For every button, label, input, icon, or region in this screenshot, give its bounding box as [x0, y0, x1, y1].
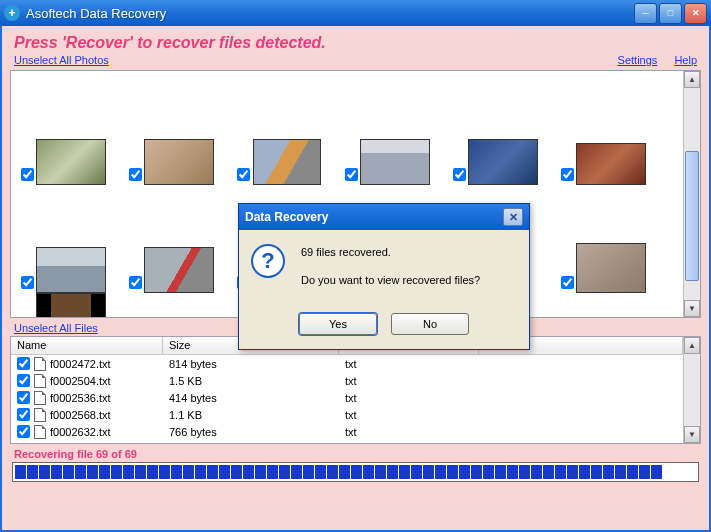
dialog-titlebar[interactable]: Data Recovery ✕: [239, 204, 529, 230]
file-name: f0002568.txt: [50, 409, 111, 421]
photo-thumbnail[interactable]: [341, 77, 449, 185]
photo-image[interactable]: [253, 139, 321, 185]
file-icon: [34, 374, 46, 388]
files-scrollbar[interactable]: ▲ ▼: [683, 337, 700, 443]
photo-image[interactable]: [144, 139, 214, 185]
progress-segment: [111, 465, 122, 479]
column-name[interactable]: Name: [11, 337, 163, 354]
scroll-down-button[interactable]: ▼: [684, 426, 700, 443]
photo-checkbox[interactable]: [561, 276, 574, 289]
photo-thumbnail[interactable]: [557, 185, 665, 293]
file-checkbox[interactable]: [17, 408, 30, 421]
help-link[interactable]: Help: [674, 54, 697, 66]
scroll-up-button[interactable]: ▲: [684, 337, 700, 354]
progress-segment: [387, 465, 398, 479]
photo-checkbox[interactable]: [129, 168, 142, 181]
files-panel: Name Size Extension f0002472.txt814 byte…: [10, 336, 701, 444]
photo-checkbox[interactable]: [129, 276, 142, 289]
scroll-down-button[interactable]: ▼: [684, 300, 700, 317]
file-name: f0002632.txt: [50, 426, 111, 438]
photo-thumbnail[interactable]: [17, 293, 125, 317]
dialog-message-2: Do you want to view recovered files?: [301, 272, 480, 290]
file-checkbox[interactable]: [17, 391, 30, 404]
progress-segment: [447, 465, 458, 479]
file-checkbox[interactable]: [17, 425, 30, 438]
unselect-all-files-link[interactable]: Unselect All Files: [14, 322, 98, 334]
photo-checkbox[interactable]: [561, 168, 574, 181]
close-button[interactable]: ✕: [684, 3, 707, 24]
progress-segment: [207, 465, 218, 479]
file-size: 814 bytes: [163, 358, 339, 370]
photo-image[interactable]: [576, 143, 646, 185]
file-name: f0002472.txt: [50, 358, 111, 370]
progress-segment: [603, 465, 614, 479]
unselect-all-photos-link[interactable]: Unselect All Photos: [14, 54, 109, 66]
photo-checkbox[interactable]: [345, 168, 358, 181]
progress-segment: [219, 465, 230, 479]
file-checkbox[interactable]: [17, 374, 30, 387]
progress-segment: [99, 465, 110, 479]
file-row[interactable]: f0002504.txt1.5 KBtxt: [11, 372, 683, 389]
file-icon: [34, 425, 46, 439]
file-extension: txt: [339, 375, 479, 387]
maximize-button[interactable]: □: [659, 3, 682, 24]
no-button[interactable]: No: [391, 313, 469, 335]
file-row[interactable]: f0002472.txt814 bytestxt: [11, 355, 683, 372]
photo-thumbnail[interactable]: [17, 77, 125, 185]
file-checkbox[interactable]: [17, 357, 30, 370]
progress-segment: [15, 465, 26, 479]
progress-bar: [12, 462, 699, 482]
progress-segment: [147, 465, 158, 479]
photos-scrollbar[interactable]: ▲ ▼: [683, 71, 700, 317]
progress-segment: [495, 465, 506, 479]
file-row[interactable]: f0002632.txt766 bytestxt: [11, 423, 683, 440]
progress-segment: [87, 465, 98, 479]
status-text: Recovering file 69 of 69: [14, 448, 697, 460]
photo-image[interactable]: [468, 139, 538, 185]
progress-segment: [291, 465, 302, 479]
photo-image[interactable]: [576, 243, 646, 293]
progress-segment: [195, 465, 206, 479]
photo-thumbnail[interactable]: [17, 185, 125, 293]
photo-thumbnail[interactable]: [557, 77, 665, 185]
photo-thumbnail[interactable]: [233, 77, 341, 185]
file-size: 414 bytes: [163, 392, 339, 404]
recovery-dialog: Data Recovery ✕ ? 69 files recovered. Do…: [238, 203, 530, 350]
photo-thumbnail[interactable]: [125, 77, 233, 185]
photo-image[interactable]: [36, 139, 106, 185]
progress-segment: [579, 465, 590, 479]
dialog-close-button[interactable]: ✕: [503, 208, 523, 226]
file-row[interactable]: f0002536.txt414 bytestxt: [11, 389, 683, 406]
progress-segment: [183, 465, 194, 479]
file-icon: [34, 391, 46, 405]
progress-segment: [615, 465, 626, 479]
progress-segment: [231, 465, 242, 479]
progress-segment: [483, 465, 494, 479]
minimize-button[interactable]: ─: [634, 3, 657, 24]
settings-link[interactable]: Settings: [618, 54, 658, 66]
progress-segment: [519, 465, 530, 479]
photo-thumbnail[interactable]: [449, 77, 557, 185]
dialog-title: Data Recovery: [245, 210, 503, 224]
photo-checkbox[interactable]: [237, 168, 250, 181]
yes-button[interactable]: Yes: [299, 313, 377, 335]
photo-checkbox[interactable]: [453, 168, 466, 181]
file-row[interactable]: f0002568.txt1.1 KBtxt: [11, 406, 683, 423]
photo-image[interactable]: [36, 293, 106, 317]
window-titlebar: + Asoftech Data Recovery ─ □ ✕: [0, 0, 711, 26]
progress-segment: [543, 465, 554, 479]
photo-image[interactable]: [144, 247, 214, 293]
photo-checkbox[interactable]: [21, 276, 34, 289]
photo-image[interactable]: [36, 247, 106, 293]
scroll-thumb[interactable]: [685, 151, 699, 281]
photo-image[interactable]: [360, 139, 430, 185]
progress-segment: [159, 465, 170, 479]
progress-segment: [39, 465, 50, 479]
photo-thumbnail[interactable]: [125, 185, 233, 293]
photo-checkbox[interactable]: [21, 168, 34, 181]
scroll-up-button[interactable]: ▲: [684, 71, 700, 88]
instruction-text: Press 'Recover' to recover files detecte…: [14, 34, 701, 52]
file-size: 766 bytes: [163, 426, 339, 438]
progress-segment: [267, 465, 278, 479]
progress-segment: [531, 465, 542, 479]
